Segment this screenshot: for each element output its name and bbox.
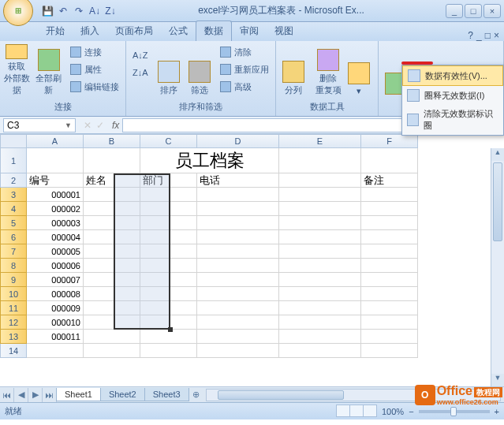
close-button[interactable]: ×: [483, 4, 501, 18]
menu-data-validation[interactable]: 数据有效性(V)...: [402, 65, 503, 86]
cell-F9[interactable]: [361, 273, 418, 287]
sheet-tab-1[interactable]: Sheet1: [56, 388, 101, 401]
cell-F7[interactable]: [361, 244, 418, 259]
sheet-tab-2[interactable]: Sheet2: [100, 388, 145, 401]
cell-F5[interactable]: [361, 216, 418, 230]
cell-F6[interactable]: [361, 230, 418, 244]
sort-button[interactable]: 排序: [155, 43, 184, 98]
data-validation-split-button[interactable]: ▾: [347, 43, 371, 98]
row-header-4[interactable]: 4: [0, 202, 27, 216]
col-header-A[interactable]: A: [27, 134, 84, 148]
cell-E11[interactable]: [279, 301, 361, 315]
cell-F13[interactable]: [361, 330, 418, 344]
zoom-level[interactable]: 100%: [382, 407, 404, 416]
cell-A3[interactable]: 000001: [27, 188, 84, 202]
cell-F8[interactable]: [361, 259, 418, 273]
menu-circle-invalid[interactable]: 圈释无效数据(I): [402, 86, 503, 105]
col-header-B[interactable]: B: [84, 134, 140, 148]
cell-B12[interactable]: [84, 315, 140, 330]
sheet-tab-3[interactable]: Sheet3: [144, 388, 189, 401]
row-header-1[interactable]: 1: [0, 148, 27, 173]
row-header-8[interactable]: 8: [0, 259, 27, 273]
name-box[interactable]: C3 ▼: [3, 118, 76, 132]
cell-D8[interactable]: [197, 259, 279, 273]
redo-icon[interactable]: ↷: [73, 5, 85, 17]
cell-B4[interactable]: [84, 202, 140, 216]
cell-B8[interactable]: [84, 259, 140, 273]
cell-C9[interactable]: [140, 273, 197, 287]
sort-asc-icon[interactable]: A↓: [88, 5, 101, 17]
cell-B2[interactable]: 姓名: [84, 173, 140, 188]
undo-icon[interactable]: ↶: [57, 5, 69, 17]
refresh-all-button[interactable]: 全部刷新: [34, 43, 65, 98]
cell-A7[interactable]: 000005: [27, 244, 84, 259]
cell-F14[interactable]: [361, 344, 418, 358]
row-header-7[interactable]: 7: [0, 244, 27, 259]
cell-C11[interactable]: [140, 301, 197, 315]
cell-E4[interactable]: [279, 202, 361, 216]
cell-F2[interactable]: 备注: [361, 173, 418, 188]
menu-clear-circles[interactable]: 清除无效数据标识圈: [402, 105, 503, 135]
cell-D12[interactable]: [197, 315, 279, 330]
cell-A4[interactable]: 000002: [27, 202, 84, 216]
cell-B5[interactable]: [84, 216, 140, 230]
advanced-filter-button[interactable]: 高级: [217, 79, 272, 95]
sheet-nav-next-icon[interactable]: ▶: [28, 388, 43, 402]
tab-formula[interactable]: 公式: [161, 21, 196, 41]
cell-E6[interactable]: [279, 230, 361, 244]
sheet-nav-last-icon[interactable]: ⏭: [43, 388, 57, 402]
cell-D13[interactable]: [197, 330, 279, 344]
cell-E1[interactable]: [279, 148, 361, 173]
edit-links-button[interactable]: 编辑链接: [67, 79, 122, 95]
cell-E8[interactable]: [279, 259, 361, 273]
fx-label[interactable]: fx: [109, 120, 122, 131]
select-all-corner[interactable]: [0, 134, 27, 148]
cell-F10[interactable]: [361, 287, 418, 301]
sheet-nav-prev-icon[interactable]: ◀: [14, 388, 28, 402]
cell-A13[interactable]: 000011: [27, 330, 84, 344]
vertical-scrollbar[interactable]: ▲ ▼: [491, 148, 504, 386]
new-sheet-icon[interactable]: ⊕: [189, 390, 203, 400]
cell-B11[interactable]: [84, 301, 140, 315]
clear-filter-button[interactable]: 清除: [217, 44, 272, 60]
col-header-F[interactable]: F: [361, 134, 418, 148]
cell-A5[interactable]: 000003: [27, 216, 84, 230]
col-header-C[interactable]: C: [140, 134, 197, 148]
row-header-10[interactable]: 10: [0, 287, 27, 301]
tab-view[interactable]: 视图: [267, 21, 301, 41]
cell-F11[interactable]: [361, 301, 418, 315]
cell-A14[interactable]: [27, 344, 84, 358]
scroll-up-icon[interactable]: ▲: [491, 148, 504, 161]
cell-D10[interactable]: [197, 287, 279, 301]
row-header-6[interactable]: 6: [0, 230, 27, 244]
worksheet-grid[interactable]: ABCDEF 1234567891011121314 员工档案编号姓名部门电话备…: [0, 134, 504, 386]
cell-D6[interactable]: [197, 230, 279, 244]
row-header-11[interactable]: 11: [0, 301, 27, 315]
cell-C8[interactable]: [140, 259, 197, 273]
tab-insert[interactable]: 插入: [73, 21, 107, 41]
cell-F3[interactable]: [361, 188, 418, 202]
enter-icon[interactable]: ✓: [96, 120, 104, 131]
cell-A10[interactable]: 000008: [27, 287, 84, 301]
save-icon[interactable]: 💾: [41, 5, 54, 17]
cell-F4[interactable]: [361, 202, 418, 216]
cell-A1[interactable]: [27, 148, 84, 173]
cell-C3[interactable]: [140, 188, 197, 202]
name-box-dropdown-icon[interactable]: ▼: [65, 121, 72, 129]
cell-B9[interactable]: [84, 273, 140, 287]
cell-E9[interactable]: [279, 273, 361, 287]
cell-C14[interactable]: [140, 344, 197, 358]
cell-D7[interactable]: [197, 244, 279, 259]
hscroll-thumb[interactable]: [218, 390, 344, 400]
row-header-5[interactable]: 5: [0, 216, 27, 230]
row-header-9[interactable]: 9: [0, 273, 27, 287]
cell-A2[interactable]: 编号: [27, 173, 84, 188]
cell-F1[interactable]: [361, 148, 418, 173]
sort-desc-icon[interactable]: Z↓: [104, 5, 117, 17]
cell-D11[interactable]: [197, 301, 279, 315]
cancel-icon[interactable]: ✕: [84, 120, 91, 131]
tab-review[interactable]: 审阅: [232, 21, 267, 41]
scroll-thumb[interactable]: [493, 162, 502, 241]
cell-E14[interactable]: [279, 344, 361, 358]
cell-B7[interactable]: [84, 244, 140, 259]
